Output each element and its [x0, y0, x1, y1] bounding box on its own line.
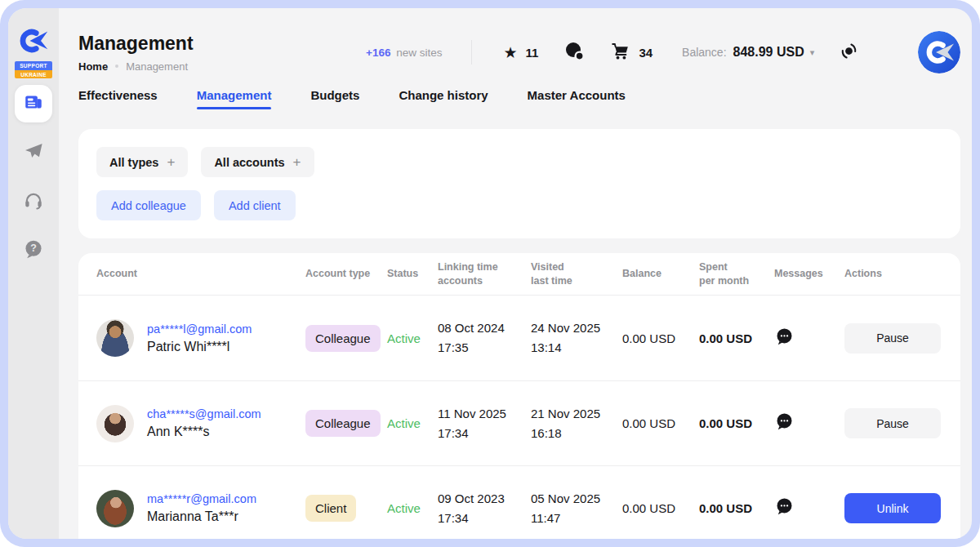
favorites-button[interactable]: ★ 11 — [503, 45, 538, 60]
status-badge: Active — [387, 501, 438, 515]
all-types-filter[interactable]: All types + — [96, 147, 188, 177]
breadcrumb-home[interactable]: Home — [78, 60, 108, 73]
unlink-button[interactable]: Unlink — [844, 493, 941, 523]
col-balance: Balance — [622, 267, 699, 281]
support-label: SUPPORT — [15, 61, 52, 70]
balance-value: 848.99 USD — [733, 45, 804, 60]
page-header: Management Home Management +166 new site… — [78, 8, 960, 80]
linking-time: 08 Oct 2024 17:35 — [438, 318, 531, 358]
filters-card: All types + All accounts + Add colleague… — [78, 129, 960, 238]
company-logo[interactable]: SUPPORT UKRAINE — [15, 26, 52, 78]
messages-button[interactable] — [774, 496, 844, 520]
page-title: Management — [78, 33, 366, 55]
chevron-down-icon: ▾ — [810, 47, 815, 58]
account-name: Patric Whi****l — [147, 340, 252, 354]
col-visited: Visited last time — [531, 260, 622, 288]
all-accounts-filter[interactable]: All accounts + — [201, 147, 314, 177]
linking-time: 11 Nov 2025 17:34 — [438, 404, 531, 443]
col-actions: Actions — [844, 267, 942, 281]
sidebar: SUPPORT UKRAINE — [8, 8, 59, 539]
plus-icon: + — [293, 154, 301, 171]
balance-cell: 0.00 USD — [622, 331, 699, 345]
message-bubble-icon — [774, 496, 795, 520]
linking-time: 09 Oct 2023 17:34 — [438, 489, 531, 528]
help-icon: ? — [23, 238, 44, 263]
account-type-badge: Client — [305, 495, 356, 522]
account-email[interactable]: ma*****r@gmail.com — [147, 492, 256, 505]
col-spent: Spent per month — [699, 260, 774, 288]
chat-button[interactable] — [564, 41, 585, 64]
filter-chips-row: All types + All accounts + — [96, 147, 942, 177]
account-cell: ma*****r@gmail.com Marianna Ta***r — [96, 490, 305, 527]
new-sites-label: new sites — [396, 47, 442, 59]
account-email[interactable]: pa*****l@gmail.com — [147, 322, 252, 336]
c-arrow-logo-icon — [19, 26, 48, 59]
breadcrumb: Home Management — [78, 60, 366, 73]
sidebar-item-telegram[interactable] — [15, 134, 52, 171]
pause-button[interactable]: Pause — [844, 408, 941, 438]
account-name: Marianna Ta***r — [147, 509, 256, 524]
account-cell: cha*****s@gmail.com Ann K****s — [96, 405, 305, 442]
page-tabs: Effectiveness Management Budgets Change … — [78, 88, 960, 109]
filter-buttons-row: Add colleague Add client — [96, 190, 942, 220]
support-ukraine-badge: SUPPORT UKRAINE — [15, 61, 52, 78]
add-client-button[interactable]: Add client — [214, 190, 296, 220]
all-types-label: All types — [109, 156, 158, 169]
table-row: pa*****l@gmail.com Patric Whi****l Colle… — [78, 296, 960, 380]
telegram-icon — [23, 140, 44, 165]
avatar — [96, 319, 134, 357]
star-icon: ★ — [503, 45, 517, 60]
new-sites-link[interactable]: +166 new sites — [366, 47, 442, 59]
cart-count: 34 — [639, 46, 653, 60]
sidebar-item-news[interactable] — [15, 85, 52, 122]
avatar — [96, 490, 134, 527]
balance-dropdown[interactable]: Balance: 848.99 USD ▾ — [682, 45, 814, 60]
col-status: Status — [387, 267, 438, 281]
visited-time: 24 Nov 2025 13:14 — [531, 318, 622, 358]
col-account-type: Account type — [305, 267, 387, 281]
account-cell: pa*****l@gmail.com Patric Whi****l — [96, 319, 305, 357]
pause-button[interactable]: Pause — [844, 323, 941, 354]
plus-icon: + — [167, 154, 175, 171]
sidebar-item-help[interactable]: ? — [15, 232, 52, 269]
new-sites-count: +166 — [366, 47, 390, 59]
table-header: Account Account type Status Linking time… — [78, 253, 960, 296]
visited-time: 05 Nov 2025 11:47 — [531, 489, 622, 528]
tab-management[interactable]: Management — [197, 88, 272, 109]
tab-effectiveness[interactable]: Effectiveness — [78, 88, 158, 109]
add-colleague-button[interactable]: Add colleague — [96, 190, 201, 220]
cart-button[interactable]: 34 — [611, 42, 653, 64]
account-name: Ann K****s — [147, 425, 261, 439]
main-area: Management Home Management +166 new site… — [59, 8, 972, 539]
col-linking-time: Linking time accounts — [438, 260, 531, 288]
tab-budgets[interactable]: Budgets — [310, 88, 359, 109]
visited-time: 21 Nov 2025 16:18 — [531, 404, 622, 443]
sidebar-item-support[interactable] — [15, 183, 52, 220]
spent-cell: 0.00 USD — [699, 416, 774, 430]
message-bubble-icon — [774, 327, 795, 350]
avatar — [96, 405, 134, 442]
header-divider — [471, 40, 472, 64]
tab-change-history[interactable]: Change history — [399, 88, 488, 109]
account-email[interactable]: cha*****s@gmail.com — [147, 407, 261, 420]
account-type-badge: Colleague — [305, 410, 381, 437]
notification-button[interactable] — [839, 41, 859, 64]
messages-button[interactable] — [774, 411, 844, 435]
table-row: cha*****s@gmail.com Ann K****s Colleague… — [78, 380, 960, 465]
notification-icon — [839, 41, 859, 64]
sidebar-nav: ? — [15, 85, 52, 269]
cart-icon — [611, 42, 630, 64]
user-avatar[interactable] — [918, 31, 960, 73]
headphones-icon — [23, 189, 44, 214]
col-account: Account — [96, 267, 305, 281]
messages-button[interactable] — [774, 327, 844, 350]
device-frame: SUPPORT UKRAINE — [0, 0, 980, 547]
breadcrumb-separator — [115, 64, 118, 68]
tab-master-accounts[interactable]: Master Accounts — [528, 88, 626, 109]
app-window: SUPPORT UKRAINE — [8, 8, 972, 539]
accounts-table: Account Account type Status Linking time… — [78, 253, 960, 539]
message-bubble-icon — [774, 411, 795, 435]
spent-cell: 0.00 USD — [699, 501, 774, 515]
news-icon — [23, 91, 44, 116]
account-type-badge: Colleague — [305, 325, 381, 352]
